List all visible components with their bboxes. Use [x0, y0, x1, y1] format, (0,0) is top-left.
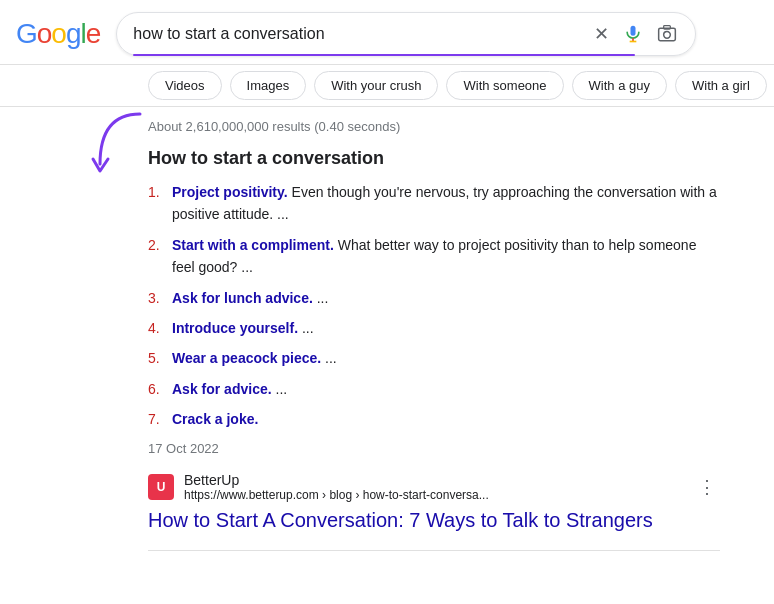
list-item: 7. Crack a joke. [148, 408, 720, 430]
header: Google ✕ [0, 0, 774, 65]
list-number: 1. [148, 181, 168, 226]
google-logo: Google [16, 18, 100, 50]
tab-with-girl[interactable]: With a girl [675, 71, 767, 100]
list-rest: ... [302, 320, 314, 336]
list-rest: ... [317, 290, 329, 306]
list-text: Introduce yourself. ... [172, 317, 314, 339]
list-number: 3. [148, 287, 168, 309]
tab-with-guy[interactable]: With a guy [572, 71, 667, 100]
clear-icon: ✕ [594, 23, 609, 45]
list-number: 6. [148, 378, 168, 400]
list-strong: Ask for lunch advice. [172, 290, 313, 306]
featured-title: How to start a conversation [148, 148, 720, 169]
svg-point-4 [664, 32, 671, 39]
list-strong: Project positivity. [172, 184, 288, 200]
results-info: About 2,610,000,000 results (0.40 second… [148, 119, 720, 134]
list-rest: ... [276, 381, 288, 397]
list-text: Crack a joke. [172, 408, 258, 430]
list-strong: Ask for advice. [172, 381, 272, 397]
list-text: Project positivity. Even though you're n… [172, 181, 720, 226]
list-item: 4. Introduce yourself. ... [148, 317, 720, 339]
list-text: Wear a peacock piece. ... [172, 347, 337, 369]
search-underline [133, 54, 635, 56]
list-item: 2. Start with a compliment. What better … [148, 234, 720, 279]
list-strong: Start with a compliment. [172, 237, 334, 253]
list-text: Ask for advice. ... [172, 378, 287, 400]
list-text: Start with a compliment. What better way… [172, 234, 720, 279]
list-text: Ask for lunch advice. ... [172, 287, 328, 309]
list-number: 7. [148, 408, 168, 430]
search-input[interactable] [133, 25, 584, 43]
tab-with-crush[interactable]: With your crush [314, 71, 438, 100]
list-number: 5. [148, 347, 168, 369]
purple-arrow-icon [90, 109, 150, 184]
camera-button[interactable] [655, 22, 679, 46]
list-rest: ... [325, 350, 337, 366]
result-source: U BetterUp https://www.betterup.com › bl… [148, 472, 720, 502]
list-number: 4. [148, 317, 168, 339]
mic-icon [623, 24, 643, 44]
svg-rect-0 [631, 26, 636, 36]
search-bar: ✕ [116, 12, 696, 56]
list-number: 2. [148, 234, 168, 279]
site-info: BetterUp https://www.betterup.com › blog… [184, 472, 684, 502]
result-date: 17 Oct 2022 [148, 441, 720, 456]
result-more-button[interactable]: ⋮ [694, 472, 720, 502]
search-result: U BetterUp https://www.betterup.com › bl… [148, 472, 720, 551]
list-strong: Crack a joke. [172, 411, 258, 427]
tab-images[interactable]: Images [230, 71, 307, 100]
tab-with-someone[interactable]: With someone [446, 71, 563, 100]
result-list: 1. Project positivity. Even though you'r… [148, 181, 720, 431]
mic-button[interactable] [621, 22, 645, 46]
site-url: https://www.betterup.com › blog › how-to… [184, 488, 684, 502]
more-icon: ⋮ [698, 477, 716, 497]
site-favicon: U [148, 474, 174, 500]
search-icons: ✕ [592, 21, 679, 47]
favicon-letter: U [157, 480, 166, 494]
list-item: 6. Ask for advice. ... [148, 378, 720, 400]
clear-button[interactable]: ✕ [592, 21, 611, 47]
site-name: BetterUp [184, 472, 684, 488]
list-strong: Introduce yourself. [172, 320, 298, 336]
list-strong: Wear a peacock piece. [172, 350, 321, 366]
featured-box: How to start a conversation 1. Project p… [148, 148, 720, 456]
camera-icon [657, 24, 677, 44]
list-item: 1. Project positivity. Even though you'r… [148, 181, 720, 226]
svg-rect-5 [664, 26, 671, 29]
list-item: 5. Wear a peacock piece. ... [148, 347, 720, 369]
tab-videos[interactable]: Videos [148, 71, 222, 100]
filter-tabs: Videos Images With your crush With someo… [0, 65, 774, 107]
list-item: 3. Ask for lunch advice. ... [148, 287, 720, 309]
result-link[interactable]: How to Start A Conversation: 7 Ways to T… [148, 506, 720, 534]
